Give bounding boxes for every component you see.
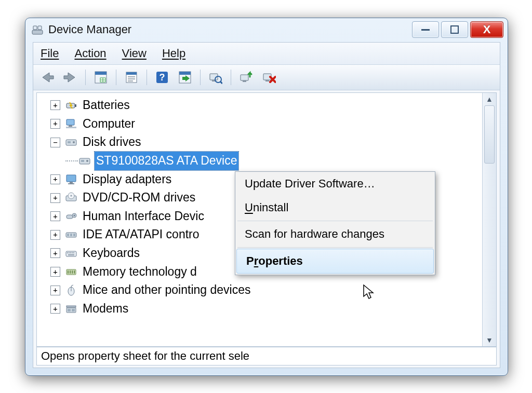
svg-rect-24 [75, 104, 76, 107]
svg-rect-2 [38, 26, 42, 30]
toolbar-update-button[interactable] [237, 69, 255, 86]
toolbar-separator [116, 70, 116, 85]
context-menu-scan[interactable]: Scan for hardware changes [235, 222, 435, 246]
expand-icon[interactable] [50, 286, 60, 295]
app-icon [32, 24, 43, 35]
expand-icon[interactable] [50, 267, 60, 277]
hid-icon [64, 210, 78, 223]
scroll-up-arrow[interactable]: ▲ [486, 95, 493, 103]
scroll-down-arrow[interactable]: ▼ [486, 336, 493, 344]
toolbar-back-button[interactable] [38, 69, 56, 86]
svg-rect-30 [68, 141, 71, 143]
menubar: File Action View Help [33, 43, 500, 65]
svg-rect-40 [66, 215, 73, 219]
svg-rect-8 [128, 76, 135, 77]
svg-rect-20 [243, 80, 246, 82]
svg-rect-25 [66, 119, 74, 125]
disk-icon [64, 135, 78, 149]
minimize-button[interactable] [412, 21, 439, 38]
tree-item-disk-st9100828as[interactable]: ST9100828AS ATA Device [40, 152, 482, 170]
toolbar-scan-button[interactable] [207, 69, 224, 86]
vertical-scrollbar[interactable]: ▲ ▼ [482, 93, 496, 346]
expand-icon[interactable] [50, 304, 60, 314]
tree-item-label: Computer [81, 115, 137, 133]
toolbar-separator [147, 70, 147, 85]
scroll-thumb[interactable] [484, 105, 495, 164]
svg-rect-46 [73, 234, 75, 236]
svg-rect-14 [179, 72, 191, 75]
disk-icon [78, 154, 91, 168]
toolbar-properties-button[interactable] [123, 69, 140, 86]
collapse-icon[interactable] [50, 138, 60, 147]
svg-rect-1 [33, 26, 37, 30]
tree-item-label: DVD/CD-ROM drives [81, 188, 197, 207]
menu-file[interactable]: File [41, 47, 59, 60]
svg-rect-51 [72, 252, 73, 253]
svg-rect-4 [95, 72, 107, 75]
svg-rect-52 [73, 252, 74, 253]
svg-rect-10 [128, 80, 133, 82]
svg-rect-56 [70, 270, 71, 274]
expand-icon[interactable] [50, 100, 60, 110]
svg-rect-50 [70, 252, 71, 253]
display-icon [64, 172, 78, 186]
tree-item-modems[interactable]: Modems [40, 300, 482, 318]
context-menu-uninstall[interactable]: Uninstall [235, 196, 435, 220]
toolbar-forward-button[interactable] [61, 69, 79, 86]
svg-rect-22 [265, 80, 269, 82]
svg-rect-64 [66, 306, 76, 307]
context-menu: Update Driver Software… Uninstall Scan f… [235, 171, 435, 275]
svg-text:?: ? [159, 72, 165, 83]
expand-icon[interactable] [50, 248, 60, 258]
toolbar-remove-button[interactable] [260, 69, 278, 86]
menu-help[interactable]: Help [162, 47, 185, 60]
svg-rect-35 [70, 182, 73, 183]
tree-item-label: Memory technology d [81, 263, 198, 281]
keyboard-icon [64, 247, 78, 260]
toolbar-show-hidden-button[interactable] [92, 69, 110, 86]
menu-view[interactable]: View [122, 47, 147, 60]
svg-point-39 [71, 195, 72, 197]
svg-point-32 [86, 160, 88, 162]
expand-icon[interactable] [50, 119, 60, 129]
svg-rect-27 [66, 127, 76, 128]
svg-rect-47 [66, 251, 76, 256]
context-menu-properties[interactable]: Properties [236, 249, 434, 274]
svg-rect-26 [69, 125, 72, 127]
svg-rect-19 [241, 75, 248, 80]
tree-item-mice[interactable]: Mice and other pointing devices [40, 281, 482, 300]
svg-rect-33 [81, 160, 84, 162]
tree-item-disk-drives[interactable]: Disk drives [40, 133, 482, 152]
svg-point-29 [73, 141, 75, 143]
toolbar-separator [85, 70, 86, 85]
toolbar-help-button[interactable]: ? [153, 69, 171, 86]
svg-rect-34 [66, 175, 76, 182]
expand-icon[interactable] [50, 211, 60, 221]
titlebar[interactable]: Device Manager X [25, 18, 508, 41]
svg-rect-36 [68, 183, 74, 184]
toolbar-separator [200, 70, 201, 85]
tree-item-batteries[interactable]: Batteries [40, 96, 482, 115]
context-menu-update-driver[interactable]: Update Driver Software… [235, 172, 435, 196]
maximize-button[interactable] [441, 21, 468, 38]
close-button[interactable]: X [470, 21, 503, 38]
svg-point-42 [74, 214, 75, 216]
svg-rect-49 [69, 252, 70, 253]
svg-rect-63 [72, 309, 75, 311]
expand-icon[interactable] [50, 174, 60, 184]
svg-line-18 [220, 82, 222, 84]
context-menu-separator [237, 247, 433, 248]
memory-icon [64, 265, 78, 279]
svg-rect-0 [32, 30, 43, 34]
expand-icon[interactable] [50, 230, 60, 240]
tree-item-label: Display adapters [81, 170, 173, 189]
svg-rect-58 [74, 270, 75, 274]
menu-action[interactable]: Action [74, 47, 106, 60]
toolbar: ? [33, 65, 500, 90]
svg-rect-57 [72, 270, 73, 274]
expand-icon[interactable] [50, 193, 60, 203]
mouse-icon [64, 283, 78, 297]
tree-item-label: IDE ATA/ATAPI contro [81, 225, 201, 244]
toolbar-enable-button[interactable] [176, 69, 194, 86]
tree-item-computer[interactable]: Computer [40, 115, 482, 133]
